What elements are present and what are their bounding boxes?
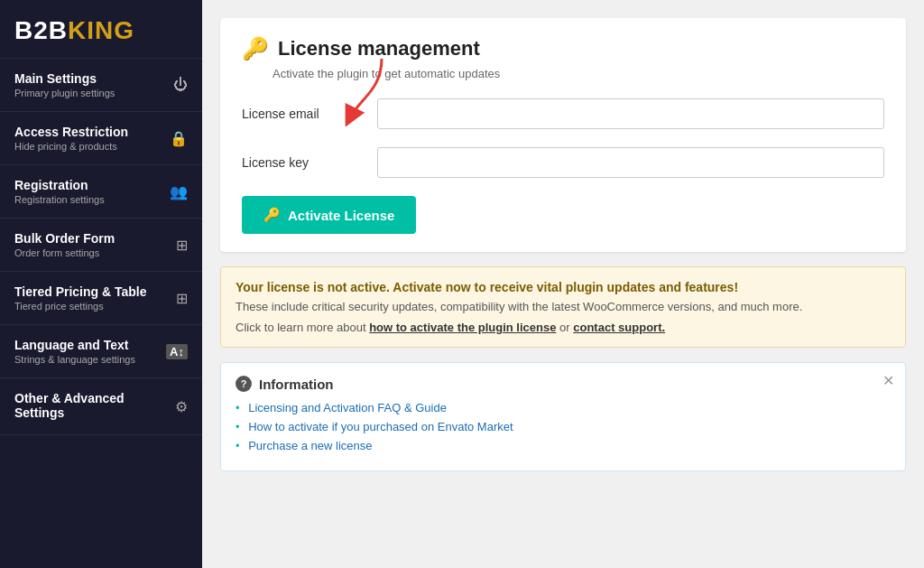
sidebar-item-language-text-title: Language and Text: [14, 338, 159, 352]
table-icon: ⊞: [176, 290, 188, 307]
warning-box: Your license is not active. Activate now…: [220, 266, 906, 348]
contact-support-link[interactable]: contact support.: [573, 321, 665, 334]
envato-link[interactable]: How to activate if you purchased on Enva…: [248, 420, 513, 433]
sidebar-item-bulk-order-form-title: Bulk Order Form: [14, 231, 169, 246]
warning-click-text: Click to learn more about: [236, 321, 369, 334]
language-icon: A↕: [166, 344, 188, 359]
info-box-title: Information: [259, 377, 334, 392]
warning-body: These include critical security updates,…: [236, 300, 891, 313]
how-to-activate-link[interactable]: how to activate the plugin license: [369, 321, 556, 334]
warning-or-text: or: [556, 321, 573, 334]
warning-links: Click to learn more about how to activat…: [236, 321, 891, 334]
sidebar-logo: B2BKING: [0, 0, 202, 59]
key-btn-icon: 🔑: [263, 207, 281, 223]
sidebar-item-tiered-pricing-title: Tiered Pricing & Table: [14, 284, 169, 299]
sidebar-item-access-restriction[interactable]: Access Restriction Hide pricing & produc…: [0, 112, 202, 165]
info-links-list: Licensing and Activation FAQ & Guide How…: [236, 401, 891, 452]
sidebar-item-bulk-order-form-subtitle: Order form settings: [14, 247, 169, 258]
license-management-card: 🔑 License management Activate the plugin…: [220, 18, 906, 252]
activate-license-button[interactable]: 🔑 Activate License: [242, 196, 416, 234]
sidebar-item-other-advanced[interactable]: Other & Advanced Settings ⚙: [0, 378, 202, 435]
lock-icon: 🔒: [170, 130, 188, 147]
power-icon: ⏻: [173, 77, 188, 93]
info-link-envato: How to activate if you purchased on Enva…: [236, 420, 891, 433]
license-key-row: License key: [242, 147, 884, 178]
card-header: 🔑 License management: [242, 36, 884, 61]
grid-icon: ⊞: [176, 237, 188, 254]
license-email-input[interactable]: [377, 98, 884, 129]
sidebar-item-registration[interactable]: Registration Registration settings 👥: [0, 165, 202, 219]
sidebar-item-access-restriction-subtitle: Hide pricing & products: [14, 141, 162, 152]
sidebar-item-language-text[interactable]: Language and Text Strings & language set…: [0, 325, 202, 378]
license-key-label: License key: [242, 155, 377, 170]
sidebar-item-bulk-order-form[interactable]: Bulk Order Form Order form settings ⊞: [0, 219, 202, 272]
info-link-purchase: Purchase a new license: [236, 439, 891, 452]
sidebar-item-main-settings-subtitle: Primary plugin settings: [14, 88, 166, 98]
gear-icon: ⚙: [175, 398, 188, 415]
info-close-button[interactable]: ✕: [882, 372, 894, 389]
logo-b2b: B2B: [14, 16, 68, 44]
arrow-annotation: [341, 54, 395, 130]
warning-title: Your license is not active. Activate now…: [236, 280, 891, 294]
users-icon: 👥: [170, 183, 188, 200]
license-email-row: License email: [242, 98, 884, 129]
sidebar-item-other-advanced-title: Other & Advanced Settings: [14, 391, 168, 420]
sidebar-item-access-restriction-title: Access Restriction: [14, 125, 162, 139]
faq-link[interactable]: Licensing and Activation FAQ & Guide: [248, 401, 447, 414]
key-icon: 🔑: [242, 36, 269, 61]
sidebar-item-language-text-subtitle: Strings & language settings: [14, 354, 159, 365]
info-icon: ?: [236, 376, 252, 392]
purchase-link[interactable]: Purchase a new license: [248, 439, 372, 452]
sidebar-item-registration-title: Registration: [14, 178, 162, 192]
sidebar: B2BKING Main Settings Primary plugin set…: [0, 0, 202, 568]
logo-king: KING: [68, 16, 134, 44]
sidebar-item-main-settings[interactable]: Main Settings Primary plugin settings ⏻: [0, 59, 202, 112]
sidebar-item-registration-subtitle: Registration settings: [14, 194, 162, 205]
main-content: 🔑 License management Activate the plugin…: [202, 0, 924, 568]
sidebar-item-main-settings-title: Main Settings: [14, 71, 166, 86]
activate-license-label: Activate License: [288, 208, 394, 223]
info-box: ? Information ✕ Licensing and Activation…: [220, 362, 906, 471]
sidebar-item-tiered-pricing[interactable]: Tiered Pricing & Table Tiered price sett…: [0, 272, 202, 325]
info-box-header: ? Information: [236, 376, 891, 392]
info-link-faq: Licensing and Activation FAQ & Guide: [236, 401, 891, 414]
license-key-input[interactable]: [377, 147, 884, 178]
sidebar-item-tiered-pricing-subtitle: Tiered price settings: [14, 301, 169, 312]
